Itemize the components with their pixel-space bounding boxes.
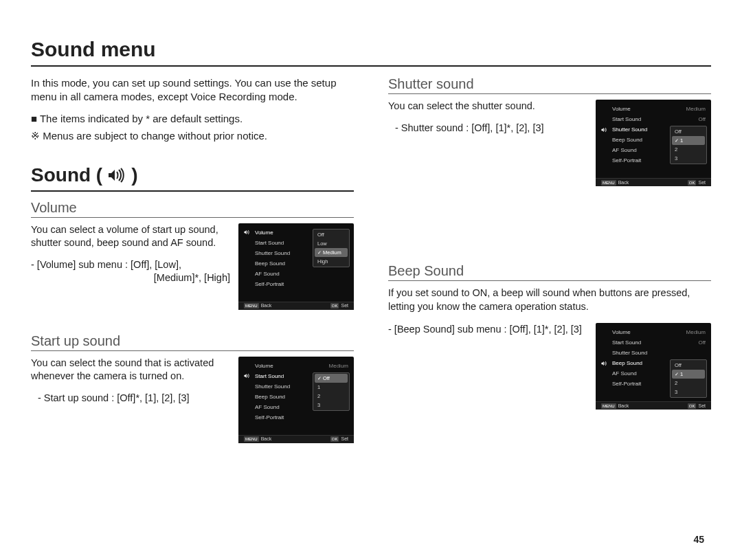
lcd-menu-row: Shutter Sound	[600, 348, 707, 358]
lcd-startup: VolumeMediumStart SoundShutter SoundBeep…	[238, 357, 354, 443]
lcd-menu-row: VolumeMedium	[600, 327, 707, 337]
lcd-menu-row: Start SoundOff	[600, 337, 707, 348]
lcd-menu-value: Medium	[686, 106, 707, 112]
shutter-desc: You can select the shutter sound.	[388, 100, 587, 113]
lcd-popup-item: 1	[315, 383, 348, 392]
lcd-popup: Off123	[670, 126, 707, 164]
lcd-popup-item: 1	[672, 136, 705, 145]
lcd-popup: Off123	[670, 359, 707, 398]
note-change: ※ Menus are subject to change without pr…	[31, 127, 354, 145]
lcd-popup-item: Medium	[315, 248, 348, 257]
beep-options: - [Beep Sound] sub menu : [Off], [1]*, […	[388, 323, 587, 337]
lcd-menu-label: Volume	[612, 329, 686, 335]
volume-desc: You can select a volume of start up soun…	[31, 223, 230, 250]
lcd-menu-row: VolumeMedium	[600, 104, 707, 114]
note-default: ■ The items indicated by * are default s…	[31, 110, 354, 128]
left-column: In this mode, you can set up sound setti…	[31, 76, 354, 467]
lcd-menu-value: Off	[698, 116, 707, 122]
lcd-popup-item: High	[315, 257, 348, 266]
lcd-menu-label: Start Sound	[612, 116, 698, 122]
lcd-menu-label: Self-Portrait	[255, 414, 348, 421]
lcd-popup-item: 3	[672, 388, 705, 396]
intro-text: In this mode, you can set up sound setti…	[31, 76, 354, 104]
lcd-popup: Off123	[313, 372, 350, 411]
lcd-menu-label: Start Sound	[612, 339, 698, 346]
sound-heading-close: )	[131, 164, 137, 186]
lcd-footer: MENUBackOKSet	[596, 178, 711, 186]
lcd-menu-value: Medium	[329, 363, 350, 369]
lcd-menu-label: Volume	[612, 106, 686, 112]
lcd-popup-item: 2	[672, 379, 705, 388]
lcd-menu-row: AF Sound	[243, 269, 350, 279]
lcd-beep: VolumeMediumStart SoundOffShutter SoundB…	[596, 323, 711, 410]
lcd-popup-item: 3	[315, 401, 348, 410]
startup-options: - Start up sound : [Off]*, [1], [2], [3]	[31, 392, 230, 405]
shutter-options: - Shutter sound : [Off], [1]*, [2], [3]	[388, 122, 587, 135]
lcd-menu-value: Medium	[686, 329, 707, 335]
beep-desc: If you set sound to ON, a beep will soun…	[388, 287, 711, 313]
lcd-menu-label: AF Sound	[255, 271, 348, 277]
lcd-menu-row: Start SoundOff	[600, 114, 707, 124]
right-column: Shutter sound You can select the shutter…	[388, 76, 711, 467]
lcd-popup-item: Low	[315, 239, 348, 248]
lcd-menu-label: Self-Portrait	[255, 281, 348, 287]
lcd-footer: MENUBackOKSet	[238, 435, 354, 443]
lcd-footer: MENUBackOKSet	[238, 302, 354, 310]
notes: ■ The items indicated by * are default s…	[31, 110, 354, 145]
lcd-popup-item: Off	[315, 374, 348, 383]
volume-options-1: - [Volume] sub menu : [Off], [Low],	[31, 258, 230, 272]
speaker-icon	[108, 168, 126, 183]
page-number: 45	[693, 534, 704, 545]
lcd-menu-value: Off	[698, 339, 707, 346]
lcd-popup-item: Off	[672, 127, 705, 136]
volume-options-2: [Medium]*, [High]	[31, 271, 230, 285]
volume-heading: Volume	[31, 200, 354, 218]
beep-heading: Beep Sound	[388, 263, 711, 281]
sound-heading-text: Sound (	[31, 164, 102, 186]
lcd-popup-item: Off	[315, 230, 348, 239]
lcd-menu-row: VolumeMedium	[243, 361, 350, 371]
startup-desc: You can select the sound that is activat…	[31, 357, 230, 383]
shutter-heading: Shutter sound	[388, 76, 711, 94]
lcd-popup-item: 2	[315, 392, 348, 401]
lcd-popup-item: Off	[672, 361, 705, 370]
lcd-popup-item: 3	[672, 154, 705, 163]
lcd-footer: MENUBackOKSet	[596, 401, 711, 410]
lcd-menu-row: Self-Portrait	[243, 412, 350, 423]
sound-section-heading: Sound ( )	[31, 164, 354, 192]
lcd-menu-row: Self-Portrait	[243, 279, 350, 289]
lcd-popup: OffLowMediumHigh	[313, 229, 350, 267]
lcd-popup-item: 1	[672, 370, 705, 379]
lcd-menu-label: Shutter Sound	[612, 350, 706, 356]
lcd-popup-item: 2	[672, 145, 705, 154]
lcd-shutter: VolumeMediumStart SoundOffShutter SoundB…	[596, 100, 711, 186]
startup-heading: Start up sound	[31, 333, 354, 351]
lcd-menu-label: Volume	[255, 363, 329, 369]
page-title: Sound menu	[31, 38, 711, 67]
lcd-volume: VolumeStart SoundShutter SoundBeep Sound…	[238, 223, 354, 310]
